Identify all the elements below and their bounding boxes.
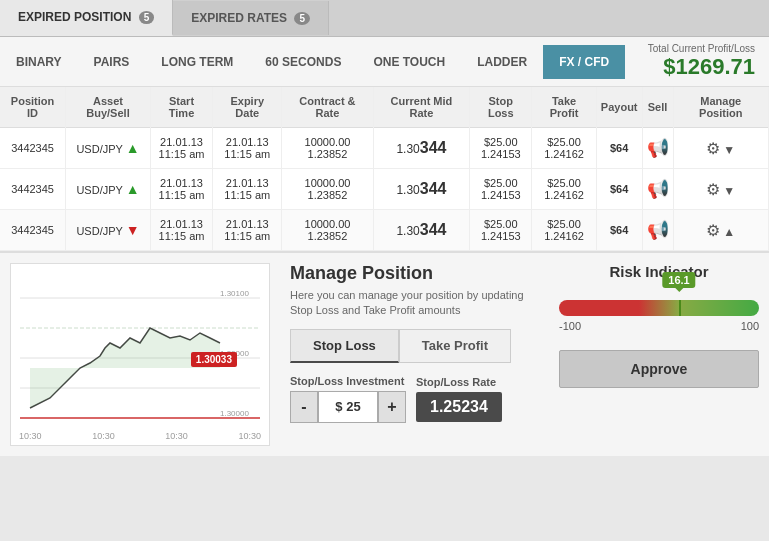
col-asset: Asset Buy/Sell xyxy=(66,87,151,128)
svg-marker-8 xyxy=(30,328,220,408)
risk-bubble: 16.1 xyxy=(662,272,695,288)
risk-indicator-line xyxy=(679,300,681,316)
expired-rates-label: EXPIRED RATES xyxy=(191,11,287,25)
expired-position-badge: 5 xyxy=(139,11,155,24)
x-label-4: 10:30 xyxy=(238,431,261,441)
svg-text:1.30000: 1.30000 xyxy=(220,409,249,418)
cell-asset: USD/JPY ▼ xyxy=(66,210,151,251)
manage-position-desc: Here you can manage your position by upd… xyxy=(290,288,539,319)
col-position-id: Position ID xyxy=(0,87,66,128)
col-stop-loss: Stop Loss xyxy=(470,87,532,128)
nav-ladder[interactable]: LADDER xyxy=(461,45,543,79)
cell-sell[interactable]: 📢 xyxy=(642,210,673,251)
cell-expiry-date: 21.01.1311:15 am xyxy=(213,169,282,210)
cell-stop-loss: $25.001.24153 xyxy=(470,128,532,169)
cell-position-id: 3442345 xyxy=(0,210,66,251)
approve-button[interactable]: Approve xyxy=(559,350,759,388)
cell-stop-loss: $25.001.24153 xyxy=(470,169,532,210)
col-payout: Payout xyxy=(596,87,642,128)
cell-contract-rate: 10000.001.23852 xyxy=(282,210,373,251)
manage-gear-button[interactable]: ⚙ xyxy=(706,221,720,240)
nav-pairs[interactable]: PAIRS xyxy=(78,45,146,79)
tab-take-profit[interactable]: Take Profit xyxy=(399,329,511,363)
rate-value: 1.25234 xyxy=(416,392,502,422)
nav-bar: BINARY PAIRS LONG TERM 60 SECONDS ONE TO… xyxy=(0,37,769,87)
chart-x-labels: 10:30 10:30 10:30 10:30 xyxy=(15,431,265,441)
direction-arrow: ▼ xyxy=(126,222,140,238)
cell-asset: USD/JPY ▲ xyxy=(66,169,151,210)
manage-gear-button[interactable]: ⚙ xyxy=(706,139,720,158)
cell-start-time: 21.01.1311:15 am xyxy=(150,169,212,210)
price-tag: 1.30033 xyxy=(191,352,237,367)
tab-stop-loss[interactable]: Stop Loss xyxy=(290,329,399,363)
direction-arrow: ▲ xyxy=(126,181,140,197)
nav-one-touch[interactable]: ONE TOUCH xyxy=(357,45,461,79)
risk-slider-track xyxy=(559,300,759,316)
manage-position-title: Manage Position xyxy=(290,263,539,284)
cell-take-profit: $25.001.24162 xyxy=(532,128,597,169)
risk-min-label: -100 xyxy=(559,320,581,332)
cell-take-profit: $25.001.24162 xyxy=(532,169,597,210)
col-manage: Manage Position xyxy=(673,87,768,128)
expand-chevron-button[interactable]: ▼ xyxy=(723,143,735,157)
x-label-2: 10:30 xyxy=(92,431,115,441)
cell-mid-rate: 1.30344 xyxy=(373,128,470,169)
price-chart: 1.30100 1.30000 1.30000 xyxy=(15,268,265,428)
investment-label: Stop/Loss Investment - $ 25 + xyxy=(290,375,406,423)
investment-value: $ 25 xyxy=(318,391,378,423)
expired-position-label: EXPIRED POSITION xyxy=(18,10,131,24)
cell-manage[interactable]: ⚙ ▲ xyxy=(673,210,768,251)
investment-row: Stop/Loss Investment - $ 25 + Stop/Loss … xyxy=(290,375,539,423)
positions-table: Position ID Asset Buy/Sell Start Time Ex… xyxy=(0,87,769,251)
cell-payout: $64 xyxy=(596,210,642,251)
rate-label-col: Stop/Loss Rate 1.25234 xyxy=(416,376,502,422)
risk-slider-container: 16.1 -100 100 xyxy=(559,300,759,332)
col-sell: Sell xyxy=(642,87,673,128)
cell-start-time: 21.01.1311:15 am xyxy=(150,210,212,251)
tab-expired-rates[interactable]: EXPIRED RATES 5 xyxy=(173,1,329,35)
increment-button[interactable]: + xyxy=(378,391,406,423)
col-contract-rate: Contract & Rate xyxy=(282,87,373,128)
cell-position-id: 3442345 xyxy=(0,128,66,169)
sell-megaphone-button[interactable]: 📢 xyxy=(647,178,669,200)
profit-label: Total Current Profit/Loss xyxy=(648,43,755,54)
risk-indicator-title: Risk Indicator xyxy=(559,263,759,280)
expand-chevron-button[interactable]: ▼ xyxy=(723,184,735,198)
expand-chevron-button[interactable]: ▲ xyxy=(723,225,735,239)
col-take-profit: Take Profit xyxy=(532,87,597,128)
manage-position-section: Manage Position Here you can manage your… xyxy=(280,263,549,446)
manage-gear-button[interactable]: ⚙ xyxy=(706,180,720,199)
nav-binary[interactable]: BINARY xyxy=(0,45,78,79)
cell-expiry-date: 21.01.1311:15 am xyxy=(213,210,282,251)
sell-megaphone-button[interactable]: 📢 xyxy=(647,219,669,241)
rate-label-text: Stop/Loss Rate xyxy=(416,376,502,388)
decrement-button[interactable]: - xyxy=(290,391,318,423)
col-mid-rate: Current Mid Rate xyxy=(373,87,470,128)
expired-rates-badge: 5 xyxy=(294,12,310,25)
svg-text:1.30100: 1.30100 xyxy=(220,289,249,298)
top-tabs: EXPIRED POSITION 5 EXPIRED RATES 5 xyxy=(0,0,769,37)
nav-fx-cfd[interactable]: FX / CFD xyxy=(543,45,625,79)
cell-mid-rate: 1.30344 xyxy=(373,169,470,210)
nav-long-term[interactable]: LONG TERM xyxy=(145,45,249,79)
cell-contract-rate: 10000.001.23852 xyxy=(282,128,373,169)
investment-label-text: Stop/Loss Investment xyxy=(290,375,406,387)
cell-manage[interactable]: ⚙ ▼ xyxy=(673,169,768,210)
position-tabs: Stop Loss Take Profit xyxy=(290,329,539,363)
tab-expired-position[interactable]: EXPIRED POSITION 5 xyxy=(0,0,173,36)
risk-max-label: 100 xyxy=(741,320,759,332)
x-label-3: 10:30 xyxy=(165,431,188,441)
col-start-time: Start Time xyxy=(150,87,212,128)
nav-60-seconds[interactable]: 60 SECONDS xyxy=(249,45,357,79)
sell-megaphone-button[interactable]: 📢 xyxy=(647,137,669,159)
stepper: - $ 25 + xyxy=(290,391,406,423)
cell-position-id: 3442345 xyxy=(0,169,66,210)
cell-sell[interactable]: 📢 xyxy=(642,128,673,169)
cell-sell[interactable]: 📢 xyxy=(642,169,673,210)
cell-mid-rate: 1.30344 xyxy=(373,210,470,251)
cell-start-time: 21.01.1311:15 am xyxy=(150,128,212,169)
cell-manage[interactable]: ⚙ ▼ xyxy=(673,128,768,169)
cell-payout: $64 xyxy=(596,169,642,210)
direction-arrow: ▲ xyxy=(126,140,140,156)
cell-take-profit: $25.001.24162 xyxy=(532,210,597,251)
